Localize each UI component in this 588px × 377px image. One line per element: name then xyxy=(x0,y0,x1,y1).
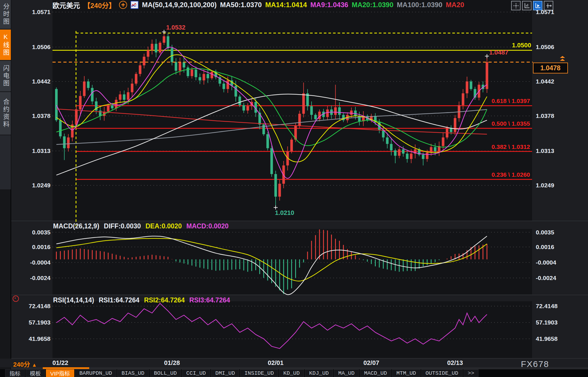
tab-模板[interactable]: 模板 xyxy=(26,369,45,377)
rsi-axis-label-left: 72.4148 xyxy=(13,303,50,310)
fib-382-label: 0.382 \ 1.0312 xyxy=(455,143,530,150)
tab-more-button[interactable]: >> xyxy=(464,369,479,377)
macd-axis-label-right: -0.0024 xyxy=(536,275,556,281)
sidebar-item-flash-chart[interactable]: 闪电图 xyxy=(0,61,11,92)
price-axis-label-right: 1.0313 xyxy=(536,147,554,154)
tab-outside_ud[interactable]: OUTSIDE_UD xyxy=(421,369,463,377)
resistance-label: 1.0500 xyxy=(512,42,531,49)
ma100-value: MA100:1.0390 xyxy=(397,1,443,9)
macd-axis-label-right: -0.0004 xyxy=(536,259,556,266)
swing-high-label: 1.0532 xyxy=(166,24,185,31)
rsi-title: RSI(14,14,14) xyxy=(53,296,94,304)
trading-app: 分时图 K线图 闪电图 合约资料 欧元美元 【240分】 + MA(50,14,… xyxy=(0,0,588,377)
price-axis-label-left: 1.0378 xyxy=(13,112,50,119)
crosshair-tool-icon[interactable] xyxy=(511,1,521,10)
price-axis-label-left: 1.0249 xyxy=(13,182,50,189)
rsi-axis-label-left: 57.1903 xyxy=(13,319,50,326)
rsi3-value: RSI3:64.7264 xyxy=(189,296,230,304)
price-axis-label-left: 1.0442 xyxy=(13,78,50,85)
macd-diff-value: DIFF:0.0030 xyxy=(104,222,141,230)
price-axis-label-right: 1.0378 xyxy=(536,112,554,119)
ma9-value: MA9:1.0436 xyxy=(310,1,348,9)
tab-mtm_ud[interactable]: MTM_UD xyxy=(392,369,420,377)
macd-dea-value: DEA:0.0020 xyxy=(145,222,182,230)
price-axis-label-left: 1.0506 xyxy=(13,44,50,50)
ma50-value: MA50:1.0370 xyxy=(220,1,262,9)
chart-svg[interactable] xyxy=(0,0,588,377)
macd-hist-value: MACD:0.0020 xyxy=(186,222,229,230)
fib-236-label: 0.236 \ 1.0260 xyxy=(455,171,530,178)
timeframe-label: 【240分】 xyxy=(83,0,116,10)
macd-title: MACD(26,12,9) xyxy=(53,222,99,230)
tab-cci_ud[interactable]: CCI_UD xyxy=(182,369,210,377)
ma200-value: MA20 xyxy=(446,1,464,9)
macd-axis-label-left: -0.0024 xyxy=(13,275,50,281)
rsi-axis-label-left: 41.9658 xyxy=(13,335,50,342)
rsi1-value: RSI1:64.7264 xyxy=(99,296,139,304)
sidebar: 分时图 K线图 闪电图 合约资料 xyxy=(0,0,11,189)
tab-vip指标[interactable]: VIP指标 xyxy=(46,369,74,377)
price-axis-label-right: 1.0249 xyxy=(536,182,554,189)
swing-low-label: 1.0210 xyxy=(275,209,294,217)
axis-scale-icon[interactable] xyxy=(522,1,531,10)
tab-kd_ud[interactable]: KD_UD xyxy=(279,369,304,377)
sidebar-item-contract-info[interactable]: 合约资料 xyxy=(0,92,11,135)
sidebar-item-time-chart[interactable]: 分时图 xyxy=(0,0,11,30)
tab-macd_ud[interactable]: MACD_UD xyxy=(360,369,391,377)
sidebar-item-candle-chart[interactable]: K线图 xyxy=(0,30,11,61)
date-axis-row: 240分 ▲ 01/2201/2802/0102/0702/13 xyxy=(0,359,588,367)
recent-high-label: 1.0487 xyxy=(489,49,508,56)
price-axis-label-left: 1.0313 xyxy=(13,147,50,154)
rsi-header: RSI(14,14,14) RSI1:64.7264 RSI2:64.7264 … xyxy=(53,296,230,304)
macd-axis-label-right: 0.0016 xyxy=(536,244,554,250)
chart-canvas[interactable] xyxy=(0,0,588,377)
date-label: 01/22 xyxy=(52,359,68,367)
ma14-value: MA14:1.0414 xyxy=(265,1,307,9)
fib-618-label: 0.618 \ 1.0397 xyxy=(455,98,530,104)
price-axis-label-right: 1.0506 xyxy=(536,44,554,50)
date-label: 02/07 xyxy=(363,359,379,367)
chart-style-icon[interactable] xyxy=(131,1,139,9)
date-label: 02/01 xyxy=(268,359,283,367)
watermark: FX678 xyxy=(521,359,549,369)
tab-ma_ud[interactable]: MA_UD xyxy=(334,369,359,377)
tab-inside_ud[interactable]: INSIDE_UD xyxy=(240,369,278,377)
date-label: 02/13 xyxy=(447,359,463,367)
last-price-box: 1.0478 xyxy=(533,63,568,73)
h-scrollbar-thumb[interactable] xyxy=(43,367,89,369)
chart-legend: 欧元美元 【240分】 + MA(50,14,9,20,100,200) MA5… xyxy=(52,1,464,9)
price-axis-label-right: 1.0442 xyxy=(536,78,554,85)
timeframe-arrow-icon: ▲ xyxy=(32,362,37,368)
symbol-name: 欧元美元 xyxy=(52,0,80,10)
tab-kdj_ud[interactable]: KDJ_UD xyxy=(305,369,333,377)
macd-axis-label-left: -0.0004 xyxy=(13,259,50,266)
rsi2-value: RSI2:64.7264 xyxy=(144,296,185,304)
date-label: 01/28 xyxy=(164,359,180,367)
ma20-value: MA20:1.0390 xyxy=(352,1,393,9)
indicator-target-icon[interactable] xyxy=(13,296,19,302)
rsi-axis-label-right: 72.4148 xyxy=(536,303,558,310)
add-overlay-icon[interactable]: + xyxy=(119,1,127,9)
macd-axis-label-left: 0.0035 xyxy=(13,229,50,236)
tab-barupdn_ud[interactable]: BARUPDN_UD xyxy=(75,369,116,377)
rsi-axis-label-right: 41.9658 xyxy=(536,335,558,342)
price-alert-arrows-icon[interactable] xyxy=(559,56,566,63)
ma-params-label: MA(50,14,9,20,100,200) xyxy=(142,1,217,9)
tab-dmi_ud[interactable]: DMI_UD xyxy=(211,369,239,377)
fib-500-label: 0.500 \ 1.0355 xyxy=(455,120,530,127)
tab-boll_ud[interactable]: BOLL_UD xyxy=(150,369,181,377)
indicator-tab-bar: 指标模板VIP指标BARUPDN_UDBIAS_UDBOLL_UDCCI_UDD… xyxy=(0,369,588,377)
price-axis-label-right: 1.0571 xyxy=(536,9,554,15)
tab-指标[interactable]: 指标 xyxy=(5,369,25,377)
rsi-axis-label-right: 57.1903 xyxy=(536,319,558,326)
macd-axis-label-right: 0.0035 xyxy=(536,229,554,236)
panel-backgrounds xyxy=(0,0,588,377)
macd-header: MACD(26,12,9) DIFF:0.0030 DEA:0.0020 MAC… xyxy=(53,222,229,230)
h-scrollbar-track[interactable] xyxy=(11,367,588,369)
price-axis-label-left: 1.0571 xyxy=(13,9,50,15)
macd-axis-label-left: 0.0016 xyxy=(13,244,50,250)
tab-bias_ud[interactable]: BIAS_UD xyxy=(117,369,149,377)
